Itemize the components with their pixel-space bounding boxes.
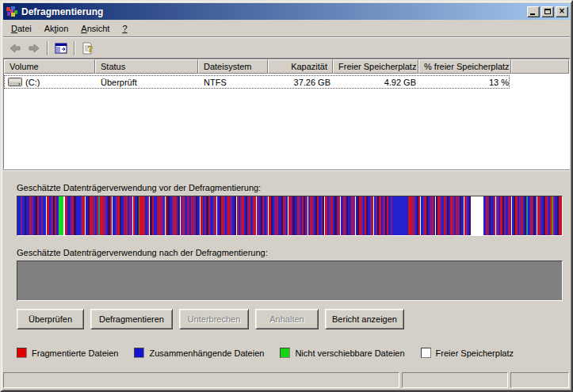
defragment-button[interactable]: Defragmentieren: [90, 309, 173, 329]
status-bar: [2, 370, 571, 390]
help-icon: ?: [82, 42, 94, 55]
contiguous-files-swatch: [134, 348, 144, 358]
cell-percent-free: 13 %: [419, 78, 512, 87]
fragmented-files-swatch: [17, 348, 27, 358]
forward-button[interactable]: [25, 40, 43, 57]
action-buttons: Überprüfen Defragmentieren Unterbrechen …: [17, 309, 559, 329]
status-panel-mid: [402, 372, 508, 388]
menu-datei[interactable]: Datei: [5, 21, 38, 36]
menu-ansicht[interactable]: Ansicht: [74, 21, 116, 36]
column-header-free-space[interactable]: Freier Speicherplatz: [333, 59, 418, 74]
cell-filesystem: NTFS: [199, 78, 269, 87]
usage-map-after: [17, 261, 563, 301]
cell-status: Überprüft: [96, 78, 199, 87]
back-button[interactable]: [6, 40, 24, 57]
status-panel-right: [510, 372, 569, 388]
column-header-percent-free[interactable]: % freier Speicherplatz: [418, 59, 511, 74]
svg-text:?: ?: [88, 44, 93, 55]
maximize-icon: [544, 9, 551, 14]
close-icon: ×: [559, 7, 565, 15]
legend-free-space: Freier Speicherplatz: [421, 348, 514, 358]
list-header: Volume Status Dateisystem Kapazität Frei…: [4, 59, 569, 74]
maximize-button[interactable]: [541, 6, 554, 17]
legend-free-space-label: Freier Speicherplatz: [436, 348, 514, 358]
legend-contiguous: Zusammenhängende Dateien: [134, 348, 264, 358]
legend-fragmented-label: Fragmentierte Dateien: [32, 348, 118, 358]
cell-free-space: 4.92 GB: [334, 78, 419, 87]
help-button[interactable]: ?: [79, 40, 97, 57]
window-controls: ×: [527, 6, 568, 17]
defrag-app-icon: [6, 6, 18, 18]
stop-button[interactable]: Anhalten: [255, 309, 319, 329]
defrag-window: Defragmentierung × Datei Aktion Ansicht …: [0, 0, 573, 392]
window-title: Defragmentierung: [21, 6, 527, 17]
toolbar-separator-2: [74, 41, 75, 55]
close-button[interactable]: ×: [556, 6, 568, 17]
legend-contiguous-label: Zusammenhängende Dateien: [149, 348, 264, 358]
volume-label: (C:): [25, 78, 40, 87]
after-map-label: Geschätzte Datenträgerverwendung nach de…: [17, 248, 559, 257]
drive-icon: [8, 78, 22, 86]
defrag-panel: Geschätzte Datenträgerverwendung vor der…: [3, 169, 570, 370]
menu-aktion[interactable]: Aktion: [38, 21, 75, 36]
cell-volume: (C:): [5, 78, 96, 87]
toolbar: ?: [3, 38, 570, 59]
legend-fragmented: Fragmentierte Dateien: [17, 348, 118, 358]
column-header-filler: [511, 59, 569, 74]
volume-row-c[interactable]: (C:) Überprüft NTFS 37.26 GB 4.92 GB 13 …: [4, 75, 510, 89]
console-tree-icon: [55, 42, 67, 55]
volume-list: Volume Status Dateisystem Kapazität Frei…: [3, 59, 570, 169]
view-report-button[interactable]: Bericht anzeigen: [325, 309, 404, 329]
column-header-volume[interactable]: Volume: [4, 59, 95, 74]
before-map-label: Geschätzte Datenträgerverwendung vor der…: [17, 183, 559, 192]
usage-map-before: [17, 196, 563, 236]
pause-button[interactable]: Unterbrechen: [179, 309, 249, 329]
column-header-filesystem[interactable]: Dateisystem: [198, 59, 268, 74]
legend-unmovable-label: Nicht verschiebbare Dateien: [295, 348, 404, 358]
menu-help[interactable]: ?: [116, 21, 133, 36]
cell-capacity: 37.26 GB: [269, 78, 334, 87]
column-header-status[interactable]: Status: [95, 59, 198, 74]
analyze-button[interactable]: Überprüfen: [17, 309, 84, 329]
forward-arrow-icon: [28, 42, 40, 55]
minimize-button[interactable]: [527, 6, 540, 17]
unmovable-files-swatch: [280, 348, 290, 358]
titlebar[interactable]: Defragmentierung ×: [3, 3, 570, 20]
list-body: (C:) Überprüft NTFS 37.26 GB 4.92 GB 13 …: [4, 74, 569, 169]
menubar: Datei Aktion Ansicht ?: [3, 20, 570, 37]
free-space-swatch: [421, 348, 431, 358]
toolbar-separator: [47, 41, 48, 55]
back-arrow-icon: [9, 42, 21, 55]
minimize-icon: [530, 13, 535, 15]
legend: Fragmentierte Dateien Zusammenhängende D…: [17, 348, 559, 358]
status-panel-main: [3, 372, 399, 388]
legend-unmovable: Nicht verschiebbare Dateien: [280, 348, 404, 358]
console-tree-toggle-button[interactable]: [52, 40, 70, 57]
column-header-capacity[interactable]: Kapazität: [268, 59, 333, 74]
